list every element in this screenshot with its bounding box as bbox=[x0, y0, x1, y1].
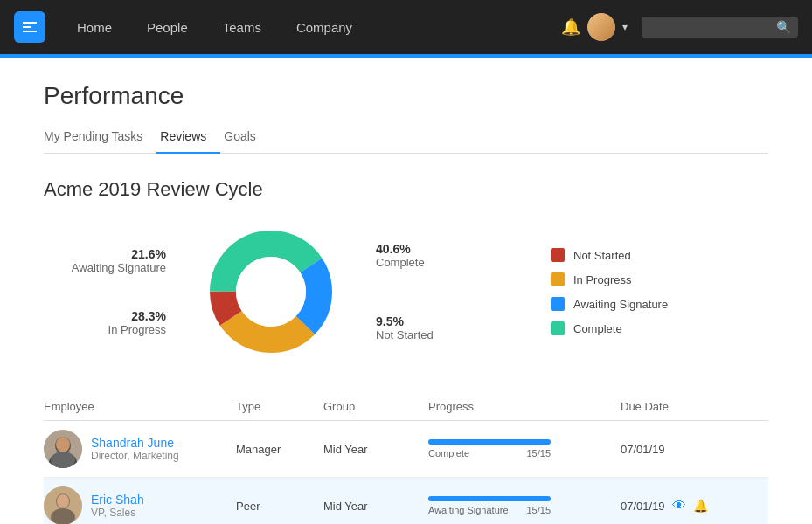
progress-info-shandrah: Complete 15/15 bbox=[428, 448, 551, 458]
employee-name-eric[interactable]: Eric Shah bbox=[91, 493, 144, 507]
th-type: Type bbox=[236, 400, 323, 413]
nav-home[interactable]: Home bbox=[59, 0, 129, 54]
avatar-dropdown-icon[interactable]: ▾ bbox=[622, 21, 628, 33]
nav-company[interactable]: Company bbox=[279, 0, 370, 54]
progress-count-shandrah: 15/15 bbox=[526, 448, 551, 458]
duedate-shandrah: 07/01/19 bbox=[621, 443, 725, 456]
employee-info-shandrah: Shandrah June Director, Marketing bbox=[91, 436, 179, 462]
nav-teams[interactable]: Teams bbox=[205, 0, 279, 54]
section-title: Acme 2019 Review Cycle bbox=[44, 178, 768, 201]
tabs: My Pending Tasks Reviews Goals bbox=[44, 124, 768, 154]
employee-info-eric: Eric Shah VP, Sales bbox=[91, 493, 144, 519]
th-duedate: Due Date bbox=[621, 400, 725, 413]
type-eric: Peer bbox=[236, 500, 323, 513]
progress-bar-bg-eric bbox=[428, 496, 551, 501]
employee-title-shandrah: Director, Marketing bbox=[91, 450, 179, 462]
duedate-eric: 07/01/19 👁 🔔 bbox=[621, 498, 725, 514]
chart-pct-awaiting: 21.6% bbox=[44, 247, 166, 261]
tab-pending-tasks[interactable]: My Pending Tasks bbox=[44, 124, 156, 154]
legend-item-notstarted: Not Started bbox=[551, 248, 668, 262]
avatar-eric bbox=[44, 486, 82, 524]
chart-label-complete: 40.6% Complete bbox=[376, 242, 481, 269]
avatar[interactable] bbox=[587, 13, 615, 41]
progress-bar-fill-shandrah bbox=[428, 439, 551, 445]
duedate-value-eric: 07/01/19 bbox=[621, 500, 665, 513]
th-group: Group bbox=[323, 400, 428, 413]
chart-labels-left: 21.6% Awaiting Signature 28.3% In Progre… bbox=[44, 247, 166, 336]
group-shandrah: Mid Year bbox=[323, 443, 428, 456]
notification-bell-icon[interactable]: 🔔 bbox=[561, 17, 580, 37]
tab-goals[interactable]: Goals bbox=[220, 124, 270, 154]
chart-name-notstarted: Not Started bbox=[376, 328, 481, 341]
svg-point-8 bbox=[56, 437, 70, 452]
chart-labels-right: 40.6% Complete 9.5% Not Started bbox=[376, 242, 481, 341]
legend-label-complete: Complete bbox=[573, 322, 622, 335]
legend-label-notstarted: Not Started bbox=[573, 249, 631, 262]
search-icon: 🔍 bbox=[776, 20, 791, 34]
group-eric: Mid Year bbox=[323, 500, 428, 513]
main-content: Performance My Pending Tasks Reviews Goa… bbox=[0, 58, 812, 524]
legend-item-inprogress: In Progress bbox=[551, 272, 668, 286]
table-row: Eric Shah VP, Sales Peer Mid Year Awaiti… bbox=[44, 478, 768, 524]
employees-table: Employee Type Group Progress Due Date bbox=[44, 393, 768, 524]
progress-shandrah: Complete 15/15 bbox=[428, 439, 621, 458]
chart-section: 21.6% Awaiting Signature 28.3% In Progre… bbox=[44, 222, 768, 362]
nav-links: Home People Teams Company bbox=[59, 0, 561, 54]
progress-count-eric: 15/15 bbox=[526, 505, 551, 515]
legend-swatch-inprogress bbox=[551, 272, 565, 286]
legend-label-inprogress: In Progress bbox=[573, 273, 631, 286]
eye-icon[interactable]: 👁 bbox=[672, 498, 686, 514]
chart-name-complete: Complete bbox=[376, 256, 481, 269]
chart-label-awaiting: 21.6% Awaiting Signature bbox=[44, 247, 166, 274]
th-employee: Employee bbox=[44, 400, 236, 413]
chart-legend: Not Started In Progress Awaiting Signatu… bbox=[551, 248, 668, 335]
progress-bar-bg-shandrah bbox=[428, 439, 551, 445]
legend-label-awaiting: Awaiting Signature bbox=[573, 298, 668, 311]
tab-reviews[interactable]: Reviews bbox=[156, 124, 220, 154]
svg-point-12 bbox=[57, 494, 69, 508]
search-bar[interactable]: 🔍 bbox=[642, 17, 798, 38]
chart-pct-complete: 40.6% bbox=[376, 242, 481, 256]
progress-info-eric: Awaiting Signature 15/15 bbox=[428, 505, 551, 515]
progress-label-shandrah: Complete bbox=[428, 448, 469, 458]
table-header: Employee Type Group Progress Due Date bbox=[44, 393, 768, 421]
employee-title-eric: VP, Sales bbox=[91, 507, 144, 519]
duedate-value-shandrah: 07/01/19 bbox=[621, 443, 665, 456]
chart-name-awaiting: Awaiting Signature bbox=[44, 261, 166, 274]
legend-swatch-awaiting bbox=[551, 297, 565, 311]
page-title: Performance bbox=[44, 82, 768, 110]
legend-swatch-notstarted bbox=[551, 248, 565, 262]
legend-item-awaiting: Awaiting Signature bbox=[551, 297, 668, 311]
table-row: Shandrah June Director, Marketing Manage… bbox=[44, 421, 768, 478]
chart-label-notstarted: 9.5% Not Started bbox=[376, 314, 481, 341]
nav-people[interactable]: People bbox=[129, 0, 205, 54]
employee-name-shandrah[interactable]: Shandrah June bbox=[91, 436, 179, 450]
th-progress: Progress bbox=[428, 400, 621, 413]
bell-icon[interactable]: 🔔 bbox=[693, 499, 708, 513]
legend-swatch-complete bbox=[551, 321, 565, 335]
avatar-shandrah bbox=[44, 430, 82, 468]
chart-name-inprogress: In Progress bbox=[44, 323, 166, 336]
progress-label-eric: Awaiting Signature bbox=[428, 505, 509, 515]
svg-point-4 bbox=[236, 257, 306, 327]
donut-chart bbox=[201, 222, 341, 362]
app-logo bbox=[14, 11, 45, 43]
employee-cell-1: Shandrah June Director, Marketing bbox=[44, 430, 236, 468]
nav-right-section: 🔔 ▾ 🔍 bbox=[561, 13, 798, 41]
chart-pct-notstarted: 9.5% bbox=[376, 314, 481, 328]
chart-pct-inprogress: 28.3% bbox=[44, 309, 166, 323]
search-input[interactable] bbox=[649, 21, 771, 34]
top-navigation: Home People Teams Company 🔔 ▾ 🔍 bbox=[0, 0, 812, 54]
type-shandrah: Manager bbox=[236, 443, 323, 456]
legend-item-complete: Complete bbox=[551, 321, 668, 335]
chart-label-inprogress: 28.3% In Progress bbox=[44, 309, 166, 336]
employee-cell-2: Eric Shah VP, Sales bbox=[44, 486, 236, 524]
progress-eric: Awaiting Signature 15/15 bbox=[428, 496, 621, 515]
progress-bar-fill-eric bbox=[428, 496, 551, 501]
